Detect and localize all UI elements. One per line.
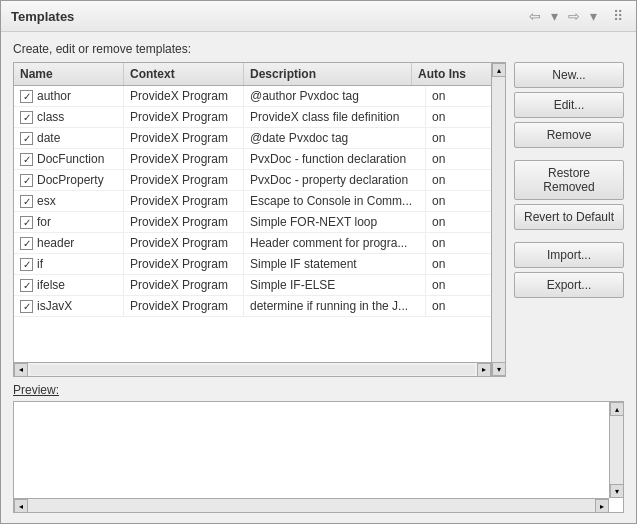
scroll-down-button[interactable]: ▾ [492,362,506,376]
spacer1 [514,152,624,156]
checkbox[interactable] [20,132,33,145]
cell-context: ProvideX Program [124,212,244,232]
cell-auto: on [426,149,491,169]
table-header: Name Context Description Auto Ins [14,63,491,86]
cell-name: for [14,212,124,232]
menu-icon[interactable]: ⠿ [610,7,626,25]
checkbox[interactable] [20,111,33,124]
cell-context: ProvideX Program [124,233,244,253]
table-wrapper: Name Context Description Auto Ins author… [13,62,506,377]
preview-scroll-left-button[interactable]: ◂ [14,499,28,513]
cell-name: DocFunction [14,149,124,169]
back-icon[interactable]: ⇦ [526,7,544,25]
table-row[interactable]: if ProvideX Program Simple IF statement … [14,254,491,275]
cell-auto: on [426,296,491,316]
table-row[interactable]: esx ProvideX Program Escape to Console i… [14,191,491,212]
cell-auto: on [426,191,491,211]
cell-desc: Simple IF-ELSE [244,275,426,295]
table-row[interactable]: isJavX ProvideX Program determine if run… [14,296,491,317]
preview-scroll-right-button[interactable]: ▸ [595,499,609,513]
forward-icon[interactable]: ⇨ [565,7,583,25]
cell-desc: Escape to Console in Comm... [244,191,426,211]
window-title: Templates [11,9,74,24]
preview-vertical-track[interactable] [610,416,623,484]
cell-desc: Simple IF statement [244,254,426,274]
checkbox[interactable] [20,153,33,166]
cell-name: if [14,254,124,274]
table-body[interactable]: author ProvideX Program @author Pvxdoc t… [14,86,491,362]
horizontal-scrollbar[interactable]: ◂ ▸ [14,362,491,376]
checkbox[interactable] [20,90,33,103]
cell-name: isJavX [14,296,124,316]
cell-name: class [14,107,124,127]
edit-button[interactable]: Edit... [514,92,624,118]
restore-removed-button[interactable]: Restore Removed [514,160,624,200]
horizontal-scrollbar-track[interactable] [30,365,475,375]
cell-auto: on [426,275,491,295]
cell-name: DocProperty [14,170,124,190]
dropdown-icon[interactable]: ▾ [548,7,561,25]
checkbox[interactable] [20,195,33,208]
cell-context: ProvideX Program [124,191,244,211]
templates-window: Templates ⇦ ▾ ⇨ ▾ ⠿ Create, edit or remo… [0,0,637,524]
cell-desc: PvxDoc - function declaration [244,149,426,169]
title-bar: Templates ⇦ ▾ ⇨ ▾ ⠿ [1,1,636,32]
remove-button[interactable]: Remove [514,122,624,148]
cell-auto: on [426,170,491,190]
table-row[interactable]: DocFunction ProvideX Program PvxDoc - fu… [14,149,491,170]
new-button[interactable]: New... [514,62,624,88]
cell-context: ProvideX Program [124,86,244,106]
cell-auto: on [426,107,491,127]
cell-name: esx [14,191,124,211]
cell-desc: PvxDoc - property declaration [244,170,426,190]
cell-context: ProvideX Program [124,149,244,169]
dropdown2-icon[interactable]: ▾ [587,7,600,25]
scroll-up-button[interactable]: ▴ [492,63,506,77]
checkbox[interactable] [20,300,33,313]
preview-vertical-scrollbar[interactable]: ▴ ▾ [609,402,623,498]
cell-name: author [14,86,124,106]
table-vertical-scrollbar[interactable]: ▴ ▾ [491,63,505,376]
cell-desc: determine if running in the J... [244,296,426,316]
cell-auto: on [426,233,491,253]
revert-to-default-button[interactable]: Revert to Default [514,204,624,230]
preview-label: Preview: [13,383,624,397]
cell-context: ProvideX Program [124,128,244,148]
import-button[interactable]: Import... [514,242,624,268]
cell-context: ProvideX Program [124,296,244,316]
window-content: Create, edit or remove templates: Name C… [1,32,636,523]
checkbox[interactable] [20,174,33,187]
table-row[interactable]: ifelse ProvideX Program Simple IF-ELSE o… [14,275,491,296]
table-row[interactable]: class ProvideX Program ProvideX class fi… [14,107,491,128]
checkbox[interactable] [20,258,33,271]
preview-horizontal-scrollbar[interactable]: ◂ ▸ [14,498,609,512]
checkbox[interactable] [20,237,33,250]
vertical-scrollbar-track[interactable] [492,77,505,362]
col-description: Description [244,63,412,85]
sidebar-buttons: New... Edit... Remove Restore Removed Re… [514,62,624,377]
table-row[interactable]: date ProvideX Program @date Pvxdoc tag o… [14,128,491,149]
table-row[interactable]: DocProperty ProvideX Program PvxDoc - pr… [14,170,491,191]
instruction-label: Create, edit or remove templates: [13,42,624,56]
checkbox[interactable] [20,279,33,292]
col-context: Context [124,63,244,85]
export-button[interactable]: Export... [514,272,624,298]
cell-name: date [14,128,124,148]
table-row[interactable]: header ProvideX Program Header comment f… [14,233,491,254]
table-row[interactable]: author ProvideX Program @author Pvxdoc t… [14,86,491,107]
preview-scroll-up-button[interactable]: ▴ [610,402,624,416]
col-autins: Auto Ins [412,63,477,85]
table-row[interactable]: for ProvideX Program Simple FOR-NEXT loo… [14,212,491,233]
checkbox[interactable] [20,216,33,229]
cell-auto: on [426,212,491,232]
table-inner: Name Context Description Auto Ins author… [14,63,491,376]
preview-box: ▴ ▾ ◂ ▸ [13,401,624,513]
scroll-right-button[interactable]: ▸ [477,363,491,377]
preview-scroll-down-button[interactable]: ▾ [610,484,624,498]
cell-name: header [14,233,124,253]
cell-name: ifelse [14,275,124,295]
scroll-left-button[interactable]: ◂ [14,363,28,377]
cell-context: ProvideX Program [124,170,244,190]
cell-desc: ProvideX class file definition [244,107,426,127]
preview-horizontal-track[interactable] [28,499,595,512]
